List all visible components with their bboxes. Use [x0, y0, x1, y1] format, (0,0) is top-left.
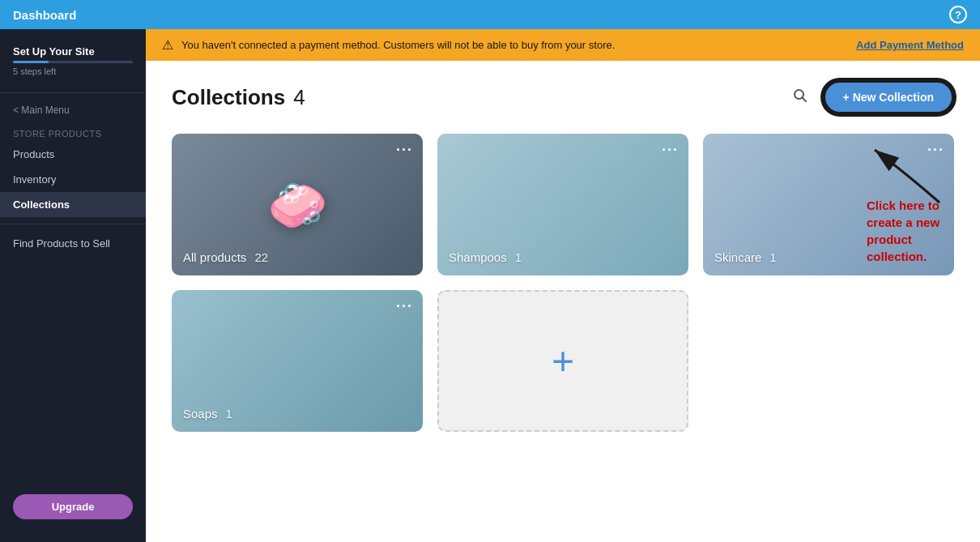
main-menu-link[interactable]: < Main Menu	[0, 100, 146, 121]
collection-card-all-products[interactable]: ··· 🧼 All products 22	[172, 134, 423, 275]
sidebar-item-products[interactable]: Products	[0, 142, 146, 167]
alert-banner: ⚠ You haven't connected a payment method…	[146, 29, 980, 61]
card-label-skincare: Skincare 1	[714, 250, 777, 264]
setup-title: Set Up Your Site	[13, 45, 133, 58]
top-bar: Dashboard ?	[0, 0, 980, 29]
progress-fill	[13, 61, 49, 63]
page-title-text: Collections	[172, 85, 285, 110]
card-menu-skincare[interactable]: ···	[927, 142, 944, 159]
card-count-all-products: 22	[254, 250, 268, 264]
add-payment-method-link[interactable]: Add Payment Method	[856, 39, 964, 51]
card-count-shampoos: 1	[515, 250, 522, 264]
card-name-shampoos: Shampoos	[449, 250, 507, 264]
search-button[interactable]	[787, 83, 813, 113]
upgrade-button[interactable]: Upgrade	[13, 494, 133, 519]
card-label-all-products: All products 22	[183, 250, 268, 264]
alert-icon: ⚠	[162, 37, 173, 53]
sidebar-section-label: Store Products	[0, 121, 146, 142]
collections-grid: ··· 🧼 All products 22 ··· Shampoos 1	[172, 134, 954, 432]
card-menu-all-products[interactable]: ···	[396, 142, 413, 159]
help-button[interactable]: ?	[949, 6, 967, 23]
card-name-skincare: Skincare	[714, 250, 761, 264]
card-count-skincare: 1	[769, 250, 776, 264]
page-content: Collections 4 + New Collection	[146, 61, 980, 542]
alert-text: You haven't connected a payment method. …	[181, 39, 848, 51]
sidebar: Set Up Your Site 5 steps left < Main Men…	[0, 29, 146, 542]
main-layout: Set Up Your Site 5 steps left < Main Men…	[0, 29, 980, 542]
add-collection-icon: +	[552, 342, 574, 381]
sidebar-item-collections[interactable]: Collections	[0, 192, 146, 217]
sidebar-bottom: Upgrade	[0, 481, 146, 532]
sidebar-item-find-products[interactable]: Find Products to Sell	[0, 231, 146, 256]
card-count-soaps: 1	[226, 407, 232, 420]
sidebar-setup: Set Up Your Site 5 steps left	[0, 39, 146, 86]
collection-card-soaps[interactable]: ··· Soaps 1	[172, 290, 423, 432]
page-title-count: 4	[293, 85, 305, 110]
card-menu-soaps[interactable]: ···	[396, 298, 413, 315]
top-bar-title: Dashboard	[13, 8, 76, 22]
card-label-soaps: Soaps 1	[183, 407, 232, 420]
new-collection-button[interactable]: + New Collection	[823, 80, 954, 114]
all-products-image: 🧼	[267, 176, 328, 233]
card-name-all-products: All products	[183, 250, 246, 264]
card-menu-shampoos[interactable]: ···	[662, 142, 679, 159]
search-icon	[792, 87, 808, 104]
page-title: Collections 4	[172, 85, 305, 110]
annotation-text: Click here to create a new product colle…	[867, 197, 956, 265]
collection-card-shampoos[interactable]: ··· Shampoos 1	[437, 134, 688, 275]
header-actions: + New Collection	[787, 80, 954, 114]
main-content: ⚠ You haven't connected a payment method…	[146, 29, 980, 542]
card-label-shampoos: Shampoos 1	[449, 250, 522, 264]
page-header: Collections 4 + New Collection	[172, 80, 954, 114]
svg-line-1	[802, 97, 806, 101]
card-name-soaps: Soaps	[183, 407, 218, 420]
progress-bar	[13, 61, 133, 63]
steps-left: 5 steps left	[13, 66, 133, 76]
sidebar-item-inventory[interactable]: Inventory	[0, 167, 146, 192]
collection-card-add-new[interactable]: +	[437, 290, 688, 432]
sidebar-divider-1	[0, 92, 146, 93]
sidebar-divider-2	[0, 224, 146, 224]
